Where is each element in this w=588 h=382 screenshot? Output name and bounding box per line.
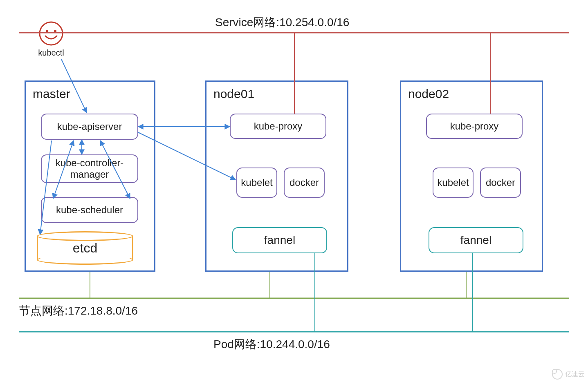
cloud-icon: [552, 369, 563, 380]
node01-kubelet-box: kubelet: [236, 168, 277, 198]
node01-docker-box: docker: [284, 168, 325, 198]
etcd-label: etcd: [73, 241, 97, 256]
svg-point-2: [54, 30, 56, 32]
node01-title: node01: [213, 87, 254, 101]
kube-controller-manager-box: kube-controller- manager: [41, 154, 138, 183]
diagram-canvas: kubectl master kube-apiserver kube-contr…: [0, 0, 588, 382]
pod-network-label: Pod网络:10.244.0.0/16: [213, 337, 330, 352]
kubectl-user-icon: kubectl: [33, 20, 70, 58]
kube-controller-manager-label: kube-controller- manager: [56, 157, 124, 180]
node02-fannel-box: fannel: [429, 227, 523, 253]
kube-apiserver-label: kube-apiserver: [57, 121, 122, 132]
node01-kube-proxy-label: kube-proxy: [254, 121, 303, 132]
node01-kubelet-label: kubelet: [241, 177, 272, 188]
node02-docker-box: docker: [480, 168, 521, 198]
node02-docker-label: docker: [486, 177, 515, 188]
node02-kube-proxy-box: kube-proxy: [426, 114, 523, 139]
node02-kubelet-label: kubelet: [437, 177, 469, 188]
master-title: master: [33, 87, 70, 101]
etcd-cylinder: etcd: [37, 236, 133, 260]
watermark: 亿速云: [552, 369, 585, 380]
node02-kubelet-box: kubelet: [433, 168, 474, 198]
node01-kube-proxy-box: kube-proxy: [230, 114, 326, 139]
node01-fannel-box: fannel: [232, 227, 327, 253]
kube-scheduler-box: kube-scheduler: [41, 197, 138, 223]
node02-title: node02: [408, 87, 449, 101]
node-network-label: 节点网络:172.18.8.0/16: [19, 303, 138, 319]
svg-point-1: [46, 30, 48, 32]
kubectl-label: kubectl: [38, 48, 64, 57]
kube-apiserver-box: kube-apiserver: [41, 114, 138, 140]
node01-fannel-label: fannel: [264, 234, 295, 247]
node01-docker-label: docker: [290, 177, 319, 188]
node02-fannel-label: fannel: [460, 234, 491, 247]
service-network-label: Service网络:10.254.0.0/16: [215, 15, 349, 30]
watermark-text: 亿速云: [565, 370, 585, 379]
kube-scheduler-label: kube-scheduler: [56, 204, 123, 216]
node02-kube-proxy-label: kube-proxy: [450, 121, 499, 132]
svg-point-0: [40, 22, 63, 45]
